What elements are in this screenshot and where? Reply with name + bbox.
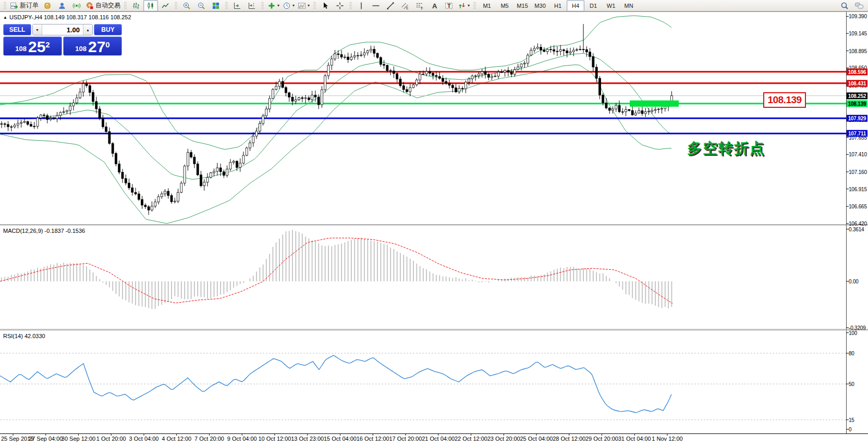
price-axis-tick: 80 bbox=[849, 351, 867, 356]
buy-price-box[interactable]: 108270 bbox=[63, 36, 122, 56]
price-axis-tick: 107.410 bbox=[849, 152, 867, 157]
svg-text:T: T bbox=[447, 3, 451, 9]
price-axis-tick: 106.915 bbox=[849, 186, 867, 192]
bar-chart-button[interactable] bbox=[129, 0, 143, 11]
arrows-tool[interactable]: ▾ bbox=[456, 0, 471, 11]
volume-value[interactable]: 1.00 bbox=[42, 24, 83, 35]
crosshair-button[interactable] bbox=[333, 0, 347, 11]
toolbar: 新订单 自动交易 bbox=[0, 0, 868, 11]
zoom-out-button[interactable] bbox=[194, 0, 209, 11]
time-axis-label: 15 Oct 04:00 bbox=[324, 436, 357, 442]
main-chart-panel[interactable] bbox=[0, 16, 846, 223]
timeframe-D1[interactable]: D1 bbox=[584, 0, 602, 11]
price-axis-tick: 15 bbox=[849, 417, 867, 423]
trendline-tool[interactable] bbox=[383, 0, 398, 11]
price-line-label: 107.711 bbox=[847, 130, 867, 137]
time-axis-label: 16 Oct 12:00 bbox=[357, 436, 389, 442]
periods-button[interactable]: ▾ bbox=[281, 0, 296, 11]
toolbar-grip bbox=[349, 2, 352, 9]
auto-scroll-icon bbox=[233, 2, 241, 10]
timeframe-H4[interactable]: H4 bbox=[567, 0, 584, 11]
text-label-tool[interactable]: T bbox=[442, 0, 456, 11]
volume-decrease-button[interactable]: ▼ bbox=[33, 24, 42, 35]
svg-text:E: E bbox=[406, 6, 409, 10]
vertical-line-tool[interactable] bbox=[354, 0, 369, 11]
candlestick-chart-icon bbox=[146, 2, 155, 10]
equidistant-channel-tool[interactable]: E bbox=[398, 0, 412, 11]
cursor-icon bbox=[321, 2, 329, 10]
chart-shift-button[interactable] bbox=[244, 0, 259, 11]
boll-lower-band bbox=[0, 65, 671, 223]
time-axis-label: 25 Oct 04:00 bbox=[520, 436, 553, 442]
autotrade-button[interactable]: 自动交易 bbox=[84, 0, 122, 11]
buy-button[interactable]: BUY bbox=[94, 24, 122, 35]
time-axis-label: 31 Oct 04:00 bbox=[618, 436, 651, 442]
sell-button[interactable]: SELL bbox=[3, 24, 31, 35]
sell-price-pip: 2 bbox=[45, 40, 50, 49]
cursor-button[interactable] bbox=[318, 0, 333, 11]
macd-signal-line bbox=[0, 238, 673, 304]
new-order-button[interactable]: 新订单 bbox=[8, 0, 40, 11]
indicators-button[interactable]: ▾ bbox=[266, 0, 281, 11]
chevron-down-icon: ▾ bbox=[468, 4, 470, 8]
chat-icon bbox=[854, 2, 864, 10]
timeframe-M30[interactable]: M30 bbox=[531, 0, 549, 11]
line-chart-icon bbox=[161, 2, 169, 10]
equidistant-channel-icon: E bbox=[401, 2, 409, 10]
timeframe-W1[interactable]: W1 bbox=[602, 0, 620, 11]
arrows-icon bbox=[458, 2, 466, 10]
crosshair-icon bbox=[336, 2, 344, 10]
price-line-label: 108.252 bbox=[847, 92, 867, 99]
signals-button[interactable] bbox=[69, 0, 84, 11]
sell-price-box[interactable]: 108252 bbox=[3, 36, 62, 56]
price-line-label: 108.431 bbox=[847, 80, 867, 86]
timeframe-M15[interactable]: M15 bbox=[514, 0, 531, 11]
zoom-in-icon bbox=[182, 2, 191, 10]
price-annotation-box[interactable]: 108.139 bbox=[763, 92, 806, 108]
buy-price-pip: 0 bbox=[105, 40, 109, 49]
chat-button[interactable] bbox=[852, 0, 866, 11]
timeframe-M1[interactable]: M1 bbox=[478, 0, 496, 11]
sell-price-base: 108 bbox=[15, 45, 27, 53]
candlestick-chart-button[interactable] bbox=[143, 0, 158, 11]
toolbar-grip bbox=[313, 2, 316, 9]
sell-price-big: 25 bbox=[28, 40, 45, 54]
buy-price-base: 108 bbox=[75, 45, 87, 53]
chart-canvas[interactable] bbox=[0, 0, 868, 447]
toolbar-grip bbox=[4, 2, 6, 9]
time-axis-label: 27 Sep 04:00 bbox=[29, 436, 63, 442]
templates-button[interactable]: ▾ bbox=[296, 0, 311, 11]
timeframe-H1[interactable]: H1 bbox=[549, 0, 567, 11]
price-axis-tick: 0.00 bbox=[849, 279, 867, 284]
volume-stepper: ▼ 1.00 ▲ bbox=[32, 24, 93, 35]
toolbar-grip bbox=[124, 2, 127, 9]
sticker-button[interactable] bbox=[40, 0, 55, 11]
text-tool[interactable]: A bbox=[427, 0, 442, 11]
auto-scroll-button[interactable] bbox=[230, 0, 244, 11]
horizontal-line-tool[interactable] bbox=[369, 0, 383, 11]
profile-icon bbox=[58, 2, 66, 10]
time-axis-label: 7 Oct 20:00 bbox=[194, 436, 224, 442]
chevron-down-icon: ▾ bbox=[277, 4, 279, 8]
tile-windows-icon bbox=[212, 2, 220, 10]
search-button[interactable] bbox=[837, 0, 852, 11]
price-axis-tick: 109.145 bbox=[849, 31, 867, 36]
time-axis-label: 13 Oct 23:00 bbox=[291, 436, 324, 442]
time-axis-label: 3 Oct 04:00 bbox=[129, 436, 159, 442]
volume-increase-button[interactable]: ▲ bbox=[83, 24, 92, 35]
time-axis-label: 4 Oct 12:00 bbox=[162, 436, 191, 442]
time-axis-label: 10 Oct 12:00 bbox=[259, 436, 291, 442]
timeframe-MN[interactable]: MN bbox=[620, 0, 638, 11]
fibonacci-tool[interactable]: F bbox=[412, 0, 427, 11]
macd-panel[interactable] bbox=[0, 230, 673, 309]
line-chart-button[interactable] bbox=[158, 0, 173, 11]
text-label-icon: T bbox=[445, 2, 453, 10]
tile-windows-button[interactable] bbox=[209, 0, 223, 11]
pivot-text-annotation[interactable]: 多空转折点 bbox=[687, 139, 765, 158]
highlight-rectangle[interactable] bbox=[630, 101, 679, 107]
price-line-label: 107.929 bbox=[847, 115, 867, 121]
community-button[interactable] bbox=[55, 0, 69, 11]
zoom-in-button[interactable] bbox=[179, 0, 194, 11]
rsi-panel[interactable] bbox=[0, 353, 846, 420]
timeframe-M5[interactable]: M5 bbox=[496, 0, 514, 11]
